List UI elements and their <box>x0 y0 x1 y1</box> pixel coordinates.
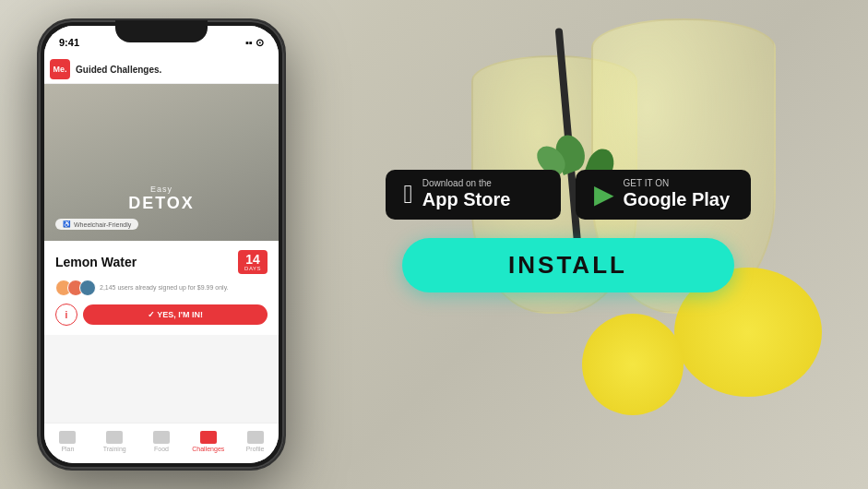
profile-icon <box>247 431 264 444</box>
wheelchair-icon: ♿ <box>63 221 71 228</box>
store-buttons:  Download on the App Store ▶ GET IT ON … <box>386 170 751 220</box>
appstore-sub: Download on the <box>422 179 511 188</box>
challenges-icon <box>200 431 217 444</box>
hero-image <box>44 84 279 241</box>
card-title-row: Lemon Water 14 DAYS <box>55 250 268 274</box>
signup-text: 2,145 users already signed up for $9.99 … <box>100 283 229 292</box>
hero-label: Easy <box>44 185 279 194</box>
content-area: 9:41 ▪▪ ⊙ Me. Guided Challenges. Easy DE… <box>0 0 868 489</box>
food-icon <box>153 431 170 444</box>
days-number: 14 <box>244 253 262 266</box>
google-play-icon: ▶ <box>594 182 614 208</box>
phone-mockup: 9:41 ▪▪ ⊙ Me. Guided Challenges. Easy DE… <box>37 18 286 471</box>
status-time: 9:41 <box>59 37 79 48</box>
nav-item-food[interactable]: Food <box>138 431 185 452</box>
phone-screen: 9:41 ▪▪ ⊙ Me. Guided Challenges. Easy DE… <box>44 26 279 463</box>
hero-section: Easy DETOX ♿ Wheelchair-Friendly <box>44 84 279 241</box>
button-row: i ✓ YES, I'M IN! <box>55 304 268 326</box>
appstore-text: Download on the App Store <box>422 179 511 210</box>
nav-item-training[interactable]: Training <box>91 431 138 452</box>
bottom-nav: Plan Training Food Challenges Profile <box>44 423 279 463</box>
phone-notch <box>115 20 208 42</box>
app-logo: Me. <box>50 59 70 79</box>
app-nav-title: Guided Challenges. <box>76 65 161 75</box>
nav-item-profile[interactable]: Profile <box>232 431 279 452</box>
plan-icon <box>59 431 76 444</box>
avatar-3 <box>79 280 96 296</box>
googleplay-sub: GET IT ON <box>624 179 731 188</box>
install-button[interactable]: INSTALL <box>402 238 734 292</box>
right-content:  Download on the App Store ▶ GET IT ON … <box>286 170 831 320</box>
hero-title: DETOX <box>44 194 279 213</box>
training-icon <box>106 431 123 444</box>
avatar-stack <box>55 280 96 296</box>
app-nav-bar: Me. Guided Challenges. <box>44 55 279 84</box>
googleplay-main: Google Play <box>624 188 731 210</box>
days-badge: 14 DAYS <box>238 250 268 274</box>
googleplay-text: GET IT ON Google Play <box>624 179 731 210</box>
challenge-card: Lemon Water 14 DAYS 2,145 users already … <box>44 241 279 335</box>
hero-badge: ♿ Wheelchair-Friendly <box>55 219 138 230</box>
nav-item-challenges[interactable]: Challenges <box>184 431 232 452</box>
cta-button[interactable]: ✓ YES, I'M IN! <box>83 304 268 325</box>
info-button[interactable]: i <box>55 304 77 326</box>
challenge-title: Lemon Water <box>55 255 137 269</box>
status-icons: ▪▪ ⊙ <box>245 37 264 49</box>
days-label: DAYS <box>244 266 262 271</box>
appstore-main: App Store <box>422 188 511 210</box>
apple-icon:  <box>404 182 413 208</box>
appstore-button[interactable]:  Download on the App Store <box>386 170 561 220</box>
googleplay-button[interactable]: ▶ GET IT ON Google Play <box>576 170 751 220</box>
hero-text: Easy DETOX <box>44 185 279 213</box>
nav-item-plan[interactable]: Plan <box>44 431 91 452</box>
avatars-row: 2,145 users already signed up for $9.99 … <box>55 280 268 296</box>
